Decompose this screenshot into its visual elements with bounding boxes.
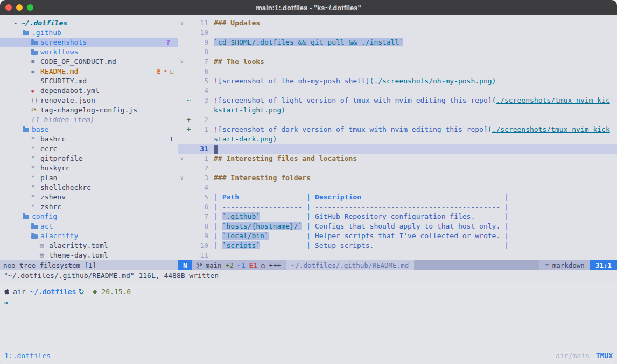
tree-item-config[interactable]: config <box>0 212 178 222</box>
sign-column <box>185 173 192 183</box>
fold-column <box>178 222 185 231</box>
editor-line-22[interactable]: 9| `local/bin` | Helper scripts that I'v… <box>178 231 617 241</box>
tree-item-act[interactable]: act <box>0 222 178 231</box>
editor-line-2[interactable]: 9`cd $HOME/.dotfiles && git pull && ./in… <box>178 38 617 47</box>
line-number: 1 <box>192 154 214 163</box>
line-text: | `scripts` | Setup scripts. | <box>214 241 617 251</box>
minimize-button[interactable] <box>16 4 23 11</box>
line-text: | `hosts/{hostname}/` | Configs that sho… <box>214 222 617 231</box>
tree-item-zshrc[interactable]: *zshrc <box>0 202 178 212</box>
tmux-window-label[interactable]: 1:.dotfiles <box>4 352 51 360</box>
editor-line-21[interactable]: 8| `hosts/{hostname}/` | Configs that sh… <box>178 222 617 231</box>
line-number: 10 <box>192 241 214 251</box>
tree-item-github[interactable]: .github <box>0 28 178 38</box>
apple-icon <box>4 288 10 295</box>
syntax-pipe: | <box>504 241 509 249</box>
editor-line-4[interactable]: ∨7## The looks <box>178 57 617 67</box>
editor-line-1[interactable]: 10 <box>178 28 617 38</box>
sign-column <box>185 28 192 38</box>
syntax-pipe: | <box>306 222 311 230</box>
syntax-h: ## Interesting files and locations <box>214 154 357 162</box>
editor-panel[interactable]: ∨11### Updates109`cd $HOME/.dotfiles && … <box>178 18 617 260</box>
tmux-statusbar: 1:.dotfiles air/main TMUX <box>0 350 617 364</box>
fold-marker-icon[interactable]: ∨ <box>178 57 185 67</box>
fold-marker-icon[interactable]: ∨ <box>178 18 185 28</box>
markdown-icon: ≡ <box>545 260 549 270</box>
zoom-button[interactable] <box>27 4 33 11</box>
editor-line-16[interactable]: ∨3### Interesting folders <box>178 173 617 183</box>
toml-file-icon: ▤ <box>40 241 49 251</box>
tree-item-huskyrc[interactable]: *huskyrc <box>0 163 178 173</box>
line-text: ![screenshot of light version of tmux wi… <box>214 96 617 105</box>
editor-line-12[interactable]: start-dark.png) <box>178 134 617 144</box>
editor-line-23[interactable]: 10| `scripts` | Setup scripts. | <box>178 241 617 251</box>
sign-column <box>185 47 192 57</box>
close-button[interactable] <box>5 4 12 11</box>
tree-item-1-hidden-item[interactable]: (1 hidden item) <box>0 115 178 125</box>
sync-symbol: ↻ <box>79 288 85 296</box>
editor-line-20[interactable]: 7| `.github` | GitHub Repository configu… <box>178 212 617 222</box>
expander-icon[interactable]: ▸ <box>14 18 21 28</box>
tree-item-plan[interactable]: *plan <box>0 173 178 183</box>
fold-marker-icon[interactable]: ∨ <box>178 173 185 183</box>
editor-line-11[interactable]: +1![screenshot of dark version of tmux w… <box>178 125 617 134</box>
editor-line-10[interactable]: +2 <box>178 115 617 125</box>
tree-item-screenshots[interactable]: screenshots? <box>0 38 178 47</box>
editor-line-9[interactable]: kstart-light.png) <box>178 105 617 115</box>
tree-item-gitprofile[interactable]: *gitprofile <box>0 154 178 163</box>
tree-item-ecrc[interactable]: *ecrc <box>0 144 178 154</box>
fold-column <box>178 241 185 251</box>
editor-line-17[interactable]: 4 <box>178 183 617 192</box>
fold-column <box>178 202 185 212</box>
editor-line-19[interactable]: 6| ------------------- | ---------------… <box>178 202 617 212</box>
tree-item-label: bashrc <box>40 134 66 144</box>
git-segment: main +2 ~1 E1 ○ +++ <box>192 260 286 270</box>
tree-item-shellcheckrc[interactable]: *shellcheckrc <box>0 183 178 192</box>
editor-line-14[interactable]: ∨1## Interesting files and locations <box>178 154 617 163</box>
tree-item-alacritty-toml[interactable]: ▤alacritty.toml <box>0 241 178 251</box>
editor-current-line[interactable]: 31 <box>178 144 617 154</box>
tree-item-code-of-conduct-md[interactable]: ≡CODE_OF_CONDUCT.md <box>0 57 178 67</box>
sign-column <box>185 18 192 28</box>
fold-column <box>178 212 185 222</box>
tree-item-alacritty[interactable]: alacritty <box>0 231 178 241</box>
tree-item-dotfiles[interactable]: ▸~/.dotfiles <box>0 18 178 28</box>
line-number: 9 <box>192 231 214 241</box>
tree-item-workflows[interactable]: workflows <box>0 47 178 57</box>
neo-tree-panel[interactable]: ▸~/.dotfiles.githubscreenshots?workflows… <box>0 18 178 260</box>
editor-line-18[interactable]: 5| Path | Description | <box>178 192 617 202</box>
line-number: 3 <box>192 96 214 105</box>
editor-line-15[interactable]: 2 <box>178 163 617 173</box>
tree-item-renovate-json[interactable]: {}renovate.json <box>0 96 178 105</box>
tree-item-base[interactable]: base <box>0 125 178 134</box>
syntax-fg <box>218 241 222 249</box>
editor-line-3[interactable]: 8 <box>178 47 617 57</box>
shell-pane[interactable]: air ~/.dotfiles ↻ ◆ 20.15.0 → <box>0 281 617 350</box>
tree-item-readme-md[interactable]: ≡README.mdE•□ <box>0 67 178 76</box>
line-text <box>214 67 617 76</box>
git-branch-name: main <box>206 260 222 270</box>
editor-line-0[interactable]: ∨11### Updates <box>178 18 617 28</box>
json-file-icon: {} <box>31 96 40 105</box>
editor-line-5[interactable]: 6 <box>178 67 617 76</box>
tree-item-theme-day-toml[interactable]: ▤theme-day.toml <box>0 251 178 260</box>
editor-line-8[interactable]: ~3![screenshot of light version of tmux … <box>178 96 617 105</box>
line-text <box>214 86 617 96</box>
tree-item-bashrc[interactable]: *bashrcI <box>0 134 178 144</box>
fold-column <box>178 231 185 241</box>
fold-marker-icon[interactable]: ∨ <box>178 154 185 163</box>
line-number: 6 <box>192 67 214 76</box>
tree-item-tag-changelog-config-js[interactable]: JStag-changelog-config.js <box>0 105 178 115</box>
tmux-session-name: air/main <box>556 352 590 360</box>
tree-item-label: base <box>32 125 48 134</box>
editor-line-6[interactable]: 5![screenshot of the oh-my-posh shell](.… <box>178 76 617 86</box>
editor-statusline: N main +2 ~1 E1 ○ +++ ~/.dotfiles/.githu <box>178 260 617 270</box>
tree-item-security-md[interactable]: ≡SECURITY.md <box>0 76 178 86</box>
syntax-fg: Helper scripts that I've collected or wr… <box>311 232 504 240</box>
shell-prompt-line: air ~/.dotfiles ↻ ◆ 20.15.0 <box>4 286 613 297</box>
tree-item-dependabot-yml[interactable]: ◉dependabot.yml <box>0 86 178 96</box>
shell-input-line[interactable]: → <box>4 297 613 308</box>
tree-item-zshenv[interactable]: *zshenv <box>0 192 178 202</box>
editor-line-7[interactable]: 4 <box>178 86 617 96</box>
editor-line-24[interactable]: 11 <box>178 251 617 260</box>
